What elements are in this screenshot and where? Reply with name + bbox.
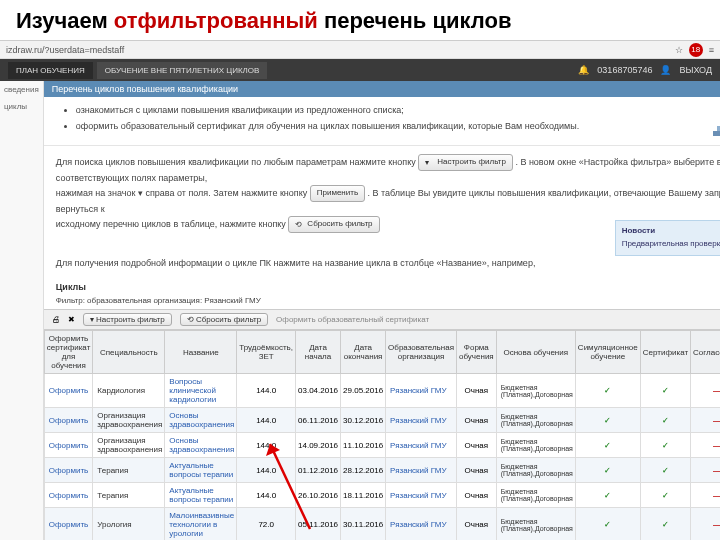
intro-bullet-1: ознакомиться с циклами повышения квалифи… <box>76 105 720 115</box>
notification-badge[interactable]: 18 <box>689 43 703 57</box>
col-agr[interactable]: Согласовано <box>691 331 720 374</box>
intro-bullet-2: оформить образовательный сертификат для … <box>76 121 720 131</box>
row-org-link[interactable]: Рязанский ГМУ <box>386 458 457 483</box>
sidebar: сведения циклы <box>0 81 44 540</box>
row-cert-button[interactable]: Оформить <box>44 483 93 508</box>
row-agr: — <box>691 433 720 458</box>
row-zet: 144.0 <box>237 458 296 483</box>
col-basis[interactable]: Основа обучения <box>496 331 575 374</box>
row-basis: Бюджетная (Платная),Договорная <box>496 508 575 540</box>
row-spec: Терапия <box>93 483 165 508</box>
sidebar-item-cycles[interactable]: циклы <box>4 102 39 111</box>
row-agr: — <box>691 458 720 483</box>
col-cert-btn[interactable]: Оформить сертификат для обучения <box>44 331 93 374</box>
row-agr: — <box>691 508 720 540</box>
col-cert[interactable]: Сертификат <box>640 331 690 374</box>
row-name-link[interactable]: Основы здравоохранения <box>165 433 237 458</box>
row-org-link[interactable]: Рязанский ГМУ <box>386 508 457 540</box>
row-name-link[interactable]: Малоинвазивные технологии в урологии <box>165 508 237 540</box>
row-cert-button[interactable]: Оформить <box>44 433 93 458</box>
row-form: Очная <box>456 374 496 408</box>
filter-instructions: Для поиска циклов повышения квалификации… <box>44 146 720 278</box>
export-icon[interactable]: ✖ <box>68 315 75 324</box>
row-sim-check: ✓ <box>575 433 640 458</box>
col-sim[interactable]: Симуляционное обучение <box>575 331 640 374</box>
row-basis: Бюджетная (Платная),Договорная <box>496 408 575 433</box>
row-cert-check: ✓ <box>640 408 690 433</box>
cycles-table: Оформить сертификат для обучения Специал… <box>44 330 720 540</box>
books-illustration <box>707 101 720 151</box>
row-spec: Организация здравоохранения <box>93 433 165 458</box>
user-icon[interactable]: 👤 <box>660 65 671 75</box>
print-icon[interactable]: 🖨 <box>52 315 60 324</box>
row-spec: Терапия <box>93 458 165 483</box>
col-spec[interactable]: Специальность <box>93 331 165 374</box>
row-basis: Бюджетная (Платная),Договорная <box>496 483 575 508</box>
star-icon[interactable]: ☆ <box>675 45 683 55</box>
row-org-link[interactable]: Рязанский ГМУ <box>386 483 457 508</box>
row-start: 05.11.2016 <box>296 508 341 540</box>
row-basis: Бюджетная (Платная),Договорная <box>496 433 575 458</box>
row-agr: — <box>691 408 720 433</box>
row-form: Очная <box>456 408 496 433</box>
table-row: ОформитьОрганизация здравоохраненияОснов… <box>44 408 720 433</box>
col-org[interactable]: Образовательная организация <box>386 331 457 374</box>
row-start: 14.09.2016 <box>296 433 341 458</box>
row-start: 01.12.2016 <box>296 458 341 483</box>
row-org-link[interactable]: Рязанский ГМУ <box>386 408 457 433</box>
funnel-icon: ▾ <box>90 315 94 324</box>
col-name[interactable]: Название <box>165 331 237 374</box>
apply-button-inline[interactable]: Применить <box>310 185 365 202</box>
row-org-link[interactable]: Рязанский ГМУ <box>386 374 457 408</box>
logout-link[interactable]: ВЫХОД <box>679 65 712 75</box>
tab-plan[interactable]: ПЛАН ОБУЧЕНИЯ <box>8 62 93 79</box>
news-hint-box[interactable]: Новости Предварительная проверка докумен… <box>615 220 720 256</box>
setup-filter-button[interactable]: ▾ Настроить фильтр <box>83 313 172 326</box>
row-end: 18.11.2016 <box>341 483 386 508</box>
tab-outside[interactable]: ОБУЧЕНИЕ ВНЕ ПЯТИЛЕТНИХ ЦИКЛОВ <box>97 62 268 79</box>
row-sim-check: ✓ <box>575 458 640 483</box>
row-cert-check: ✓ <box>640 458 690 483</box>
row-sim-check: ✓ <box>575 508 640 540</box>
col-start[interactable]: Дата начала <box>296 331 341 374</box>
row-zet: 72.0 <box>237 508 296 540</box>
reset-filter-button[interactable]: ⟲ Сбросить фильтр <box>180 313 268 326</box>
col-form[interactable]: Форма обучения <box>456 331 496 374</box>
active-filter-text: Фильтр: образовательная организация: Ряз… <box>44 294 720 309</box>
row-sim-check: ✓ <box>575 483 640 508</box>
row-end: 29.05.2016 <box>341 374 386 408</box>
row-form: Очная <box>456 508 496 540</box>
menu-icon[interactable]: ≡ <box>709 45 714 55</box>
bell-icon[interactable]: 🔔 <box>578 65 589 75</box>
row-agr: — <box>691 483 720 508</box>
row-form: Очная <box>456 458 496 483</box>
row-spec: Организация здравоохранения <box>93 408 165 433</box>
cert-link[interactable]: Оформить образовательный сертификат <box>276 315 429 324</box>
row-cert-button[interactable]: Оформить <box>44 458 93 483</box>
row-start: 03.04.2016 <box>296 374 341 408</box>
user-id: 03168705746 <box>597 65 652 75</box>
top-nav: ПЛАН ОБУЧЕНИЯ ОБУЧЕНИЕ ВНЕ ПЯТИЛЕТНИХ ЦИ… <box>0 59 720 81</box>
row-name-link[interactable]: Основы здравоохранения <box>165 408 237 433</box>
row-cert-button[interactable]: Оформить <box>44 408 93 433</box>
row-org-link[interactable]: Рязанский ГМУ <box>386 433 457 458</box>
row-name-link[interactable]: Актуальные вопросы терапии <box>165 483 237 508</box>
col-end[interactable]: Дата окончания <box>341 331 386 374</box>
table-row: ОформитьТерапияАктуальные вопросы терапи… <box>44 458 720 483</box>
row-cert-button[interactable]: Оформить <box>44 374 93 408</box>
table-toolbar: 🖨 ✖ ▾ Настроить фильтр ⟲ Сбросить фильтр… <box>44 309 720 330</box>
row-cert-button[interactable]: Оформить <box>44 508 93 540</box>
url-text: izdraw.ru/?userdata=medstaff <box>6 45 124 55</box>
slide-title: Изучаем отфильтрованный перечень циклов <box>0 0 720 40</box>
setup-filter-button-inline[interactable]: ▾Настроить фильтр <box>418 154 513 171</box>
row-name-link[interactable]: Актуальные вопросы терапии <box>165 458 237 483</box>
row-name-link[interactable]: Вопросы клинической кардиологии <box>165 374 237 408</box>
row-zet: 144.0 <box>237 433 296 458</box>
url-bar: izdraw.ru/?userdata=medstaff ☆ 18 ≡ <box>0 41 720 59</box>
sidebar-item-info[interactable]: сведения <box>4 85 39 94</box>
row-cert-check: ✓ <box>640 483 690 508</box>
col-zet[interactable]: Трудоёмкость, ЗЕТ <box>237 331 296 374</box>
reset-filter-button-inline[interactable]: ⟲Сбросить фильтр <box>288 216 379 233</box>
reset-icon: ⟲ <box>295 219 305 229</box>
row-spec: Кардиология <box>93 374 165 408</box>
